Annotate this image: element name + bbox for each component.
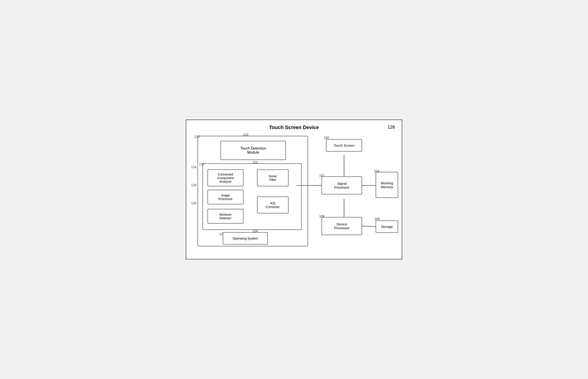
ref-120: 120 — [243, 133, 248, 137]
signal-processor-label: Signal Processor — [334, 182, 349, 189]
ref-118: 118 — [191, 201, 196, 205]
noise-filter-box: Noise Filter — [257, 169, 288, 186]
operating-system-label: Operating System — [233, 237, 258, 240]
ad-converter-label: A/D Converter — [266, 202, 280, 209]
ref-110: 110 — [194, 135, 199, 138]
storage-box: Storage — [376, 221, 398, 233]
ref-116: 116 — [191, 183, 196, 187]
ref-122: 122 — [253, 160, 258, 164]
noise-filter-label: Noise Filter — [269, 174, 277, 182]
device-processor-box: Device Processor — [321, 217, 362, 235]
image-processor-box: Image Processor — [207, 190, 243, 204]
storage-label: Storage — [381, 225, 393, 229]
device-processor-label: Device Processor — [334, 222, 349, 230]
moisture-detector-box: Moisture Detector — [207, 209, 243, 223]
working-memory-label: Working Memory — [381, 181, 393, 189]
operating-system-box: Operating System — [223, 232, 268, 245]
ref-114: 114 — [191, 165, 196, 169]
touch-screen-label: Touch Screen — [334, 143, 354, 147]
touch-detection-module-label: Touch Detection Module — [240, 146, 266, 155]
ad-converter-box: A/D Converter — [257, 196, 288, 213]
touch-detection-module-box: Touch Detection Module — [221, 141, 286, 160]
diagram-title: Touch Screen Device — [191, 125, 397, 130]
ref-100: 100 — [324, 136, 329, 139]
ref-106: 106 — [375, 217, 380, 221]
working-memory-box: Working Memory — [376, 172, 398, 198]
connected-component-analyzer-label: Connected Component Analyzer — [217, 173, 234, 183]
svg-line-3 — [362, 226, 376, 226]
moisture-detector-label: Moisture Detector — [219, 213, 232, 220]
box-110: 120 Touch Detection Module 112 122 Conne… — [197, 136, 308, 246]
image-processor-label: Image Processor — [218, 193, 232, 201]
touch-screen-box: Touch Screen — [326, 139, 362, 152]
diagram-wrapper: Touch Screen Device 126 120 Touch Detect… — [186, 120, 402, 259]
diagram-number: 126 — [388, 125, 395, 130]
box-112: 122 Connected Component Analyzer Image P… — [202, 163, 302, 230]
signal-processor-box: Signal Processor — [321, 176, 362, 194]
connected-component-analyzer-box: Connected Component Analyzer — [207, 169, 243, 186]
